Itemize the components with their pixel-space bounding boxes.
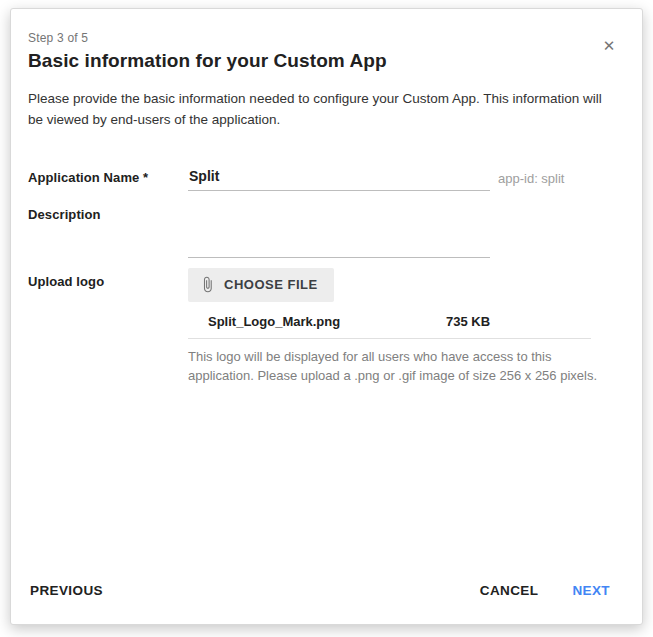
upload-logo-row: Upload logo CHOOSE FILE Split_Logo_Mark.… — [28, 268, 612, 386]
dialog-footer: PREVIOUS CANCEL NEXT — [28, 577, 612, 604]
app-id-hint: app-id: split — [498, 164, 564, 186]
close-button[interactable]: ✕ — [598, 35, 620, 57]
previous-button[interactable]: PREVIOUS — [28, 577, 105, 604]
uploaded-file-size: 735 KB — [446, 314, 490, 329]
upload-field: CHOOSE FILE Split_Logo_Mark.png 735 KB T… — [188, 268, 612, 386]
next-button[interactable]: NEXT — [570, 577, 612, 604]
application-name-label: Application Name * — [28, 164, 188, 185]
description-row: Description — [28, 201, 612, 258]
application-name-row: Application Name * app-id: split — [28, 164, 612, 191]
step-indicator: Step 3 of 5 — [28, 31, 612, 45]
footer-right-actions: CANCEL NEXT — [478, 577, 612, 604]
choose-file-label: CHOOSE FILE — [224, 277, 318, 292]
application-name-input[interactable] — [188, 164, 490, 191]
description-label: Description — [28, 201, 188, 222]
paperclip-icon — [199, 276, 216, 293]
upload-helper-text: This logo will be displayed for all user… — [188, 348, 612, 386]
cancel-button[interactable]: CANCEL — [478, 577, 541, 604]
upload-logo-label: Upload logo — [28, 268, 188, 289]
dialog-description: Please provide the basic information nee… — [28, 89, 612, 131]
basic-info-form: Application Name * app-id: split Descrip… — [28, 164, 612, 386]
description-input[interactable] — [188, 201, 490, 258]
choose-file-button[interactable]: CHOOSE FILE — [188, 268, 334, 302]
custom-app-dialog: ✕ Step 3 of 5 Basic information for your… — [10, 8, 643, 625]
uploaded-file-name: Split_Logo_Mark.png — [208, 314, 446, 329]
close-icon: ✕ — [603, 37, 616, 54]
dialog-title: Basic information for your Custom App — [28, 50, 612, 72]
uploaded-file-row: Split_Logo_Mark.png 735 KB — [188, 312, 591, 339]
